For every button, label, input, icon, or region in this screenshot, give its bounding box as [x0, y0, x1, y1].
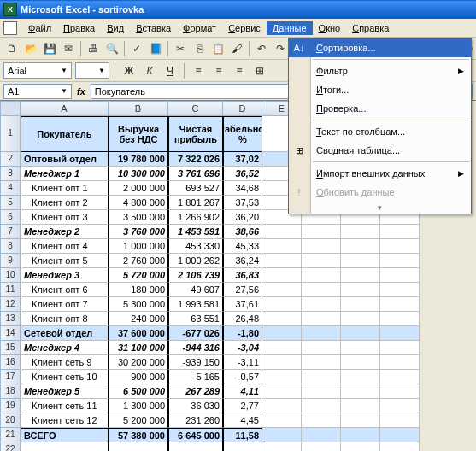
cell-C16[interactable]: -939 150	[168, 355, 223, 370]
cell-D1[interactable]: Рентабельность, %	[223, 116, 262, 152]
spelling-button[interactable]: ✓	[128, 40, 145, 57]
cell-F14[interactable]	[302, 326, 341, 341]
cell-F20[interactable]	[302, 413, 341, 428]
font-name-combo[interactable]: Arial ▼	[3, 62, 72, 79]
cell-D3[interactable]: 36,52	[223, 167, 262, 181]
save-button[interactable]: 💾	[41, 40, 58, 57]
menu-item-3[interactable]: Проверка...	[289, 99, 471, 118]
cell-B5[interactable]: 4 800 000	[109, 196, 168, 210]
cell-C7[interactable]: 1 453 591	[168, 225, 223, 239]
cell-D19[interactable]: 2,77	[223, 399, 262, 413]
cell-E8[interactable]	[262, 239, 302, 254]
cell-H13[interactable]	[380, 312, 420, 326]
cell-D5[interactable]: 37,53	[223, 196, 262, 210]
cell-D2[interactable]: 37,02	[223, 152, 262, 167]
cell-B22[interactable]	[109, 442, 168, 451]
cell-C12[interactable]: 1 993 581	[168, 297, 223, 312]
cell-G18[interactable]	[341, 384, 380, 399]
cell-E21[interactable]	[262, 428, 302, 442]
cell-E15[interactable]	[262, 341, 302, 355]
cell-B16[interactable]: 30 200 000	[109, 355, 168, 370]
open-button[interactable]: 📂	[22, 40, 39, 57]
cell-G13[interactable]	[341, 312, 380, 326]
cell-B8[interactable]: 1 000 000	[109, 239, 168, 254]
cell-F11[interactable]	[302, 283, 341, 297]
cell-C6[interactable]: 1 266 902	[168, 210, 223, 225]
row-header-7[interactable]: 7	[0, 225, 21, 239]
cell-H17[interactable]	[380, 370, 420, 384]
align-left-button[interactable]: ≡	[190, 62, 207, 79]
cell-G22[interactable]	[341, 442, 380, 451]
row-header-18[interactable]: 18	[0, 384, 21, 399]
menu-справка[interactable]: Справка	[346, 21, 395, 35]
menu-файл[interactable]: Файл	[22, 21, 57, 35]
new-button[interactable]: 🗋	[3, 40, 21, 57]
cell-F12[interactable]	[302, 297, 341, 312]
cell-G8[interactable]	[341, 239, 380, 254]
cell-A17[interactable]: Клиент сеть 10	[21, 370, 109, 384]
cell-F15[interactable]	[302, 341, 341, 355]
menu-item-1[interactable]: Фильтр▶	[289, 62, 471, 80]
cell-A9[interactable]: Клиент опт 5	[21, 254, 109, 268]
cell-E20[interactable]	[262, 413, 302, 428]
cell-D12[interactable]: 37,61	[223, 297, 262, 312]
cell-H12[interactable]	[380, 297, 420, 312]
cell-F21[interactable]	[302, 428, 341, 442]
cell-H21[interactable]	[380, 428, 420, 442]
cell-C14[interactable]: -677 026	[168, 326, 223, 341]
cell-G19[interactable]	[341, 399, 380, 413]
cell-E16[interactable]	[262, 355, 302, 370]
cell-H7[interactable]	[380, 225, 420, 239]
cell-F13[interactable]	[302, 312, 341, 326]
row-header-5[interactable]: 5	[0, 196, 21, 210]
cell-G10[interactable]	[341, 268, 380, 283]
row-header-12[interactable]: 12	[0, 297, 21, 312]
cell-D13[interactable]: 26,48	[223, 312, 262, 326]
cut-button[interactable]: ✂	[172, 40, 189, 57]
cell-A7[interactable]: Менеджер 2	[21, 225, 109, 239]
align-center-button[interactable]: ≡	[210, 62, 227, 79]
menu-item-2[interactable]: Итоги...	[289, 80, 471, 99]
cell-E9[interactable]	[262, 254, 302, 268]
cell-G15[interactable]	[341, 341, 380, 355]
cell-G14[interactable]	[341, 326, 380, 341]
format-painter-button[interactable]: 🖌	[228, 40, 245, 57]
cell-B13[interactable]: 240 000	[109, 312, 168, 326]
cell-F10[interactable]	[302, 268, 341, 283]
cell-E10[interactable]	[262, 268, 302, 283]
cell-G9[interactable]	[341, 254, 380, 268]
cell-D10[interactable]: 36,83	[223, 268, 262, 283]
cell-A10[interactable]: Менеджер 3	[21, 268, 109, 283]
row-header-3[interactable]: 3	[0, 167, 21, 181]
cell-C2[interactable]: 7 322 026	[168, 152, 223, 167]
cell-A8[interactable]: Клиент опт 4	[21, 239, 109, 254]
cell-E13[interactable]	[262, 312, 302, 326]
cell-A16[interactable]: Клиент сеть 9	[21, 355, 109, 370]
cell-E11[interactable]	[262, 283, 302, 297]
cell-E22[interactable]	[262, 442, 302, 451]
cell-D16[interactable]: -3,11	[223, 355, 262, 370]
cell-D14[interactable]: -1,80	[223, 326, 262, 341]
cell-A22[interactable]	[21, 442, 109, 451]
cell-E17[interactable]	[262, 370, 302, 384]
cell-D22[interactable]	[223, 442, 262, 451]
cell-C19[interactable]: 36 030	[168, 399, 223, 413]
cell-C20[interactable]: 231 260	[168, 413, 223, 428]
row-header-22[interactable]: 22	[0, 442, 21, 451]
row-header-16[interactable]: 16	[0, 355, 21, 370]
cell-G21[interactable]	[341, 428, 380, 442]
cell-B11[interactable]: 180 000	[109, 283, 168, 297]
cell-H9[interactable]	[380, 254, 420, 268]
cell-B10[interactable]: 5 720 000	[109, 268, 168, 283]
cell-B14[interactable]: 37 600 000	[109, 326, 168, 341]
menu-item-0[interactable]: A↓Сортировка...	[289, 38, 471, 57]
paste-button[interactable]: 📋	[209, 40, 226, 57]
cell-E14[interactable]	[262, 326, 302, 341]
cell-H20[interactable]	[380, 413, 420, 428]
row-header-10[interactable]: 10	[0, 268, 21, 283]
cell-A18[interactable]: Менеджер 5	[21, 384, 109, 399]
menu-item-4[interactable]: Текст по столбцам...	[289, 122, 471, 141]
cell-B7[interactable]: 3 760 000	[109, 225, 168, 239]
cell-A15[interactable]: Менеджер 4	[21, 341, 109, 355]
cell-F9[interactable]	[302, 254, 341, 268]
